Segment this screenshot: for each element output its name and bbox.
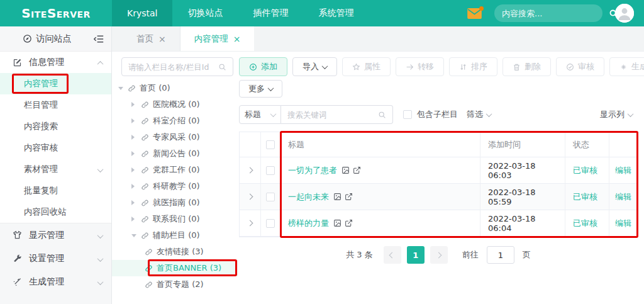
tree-item-hospital-overview[interactable]: 医院概况 (0) bbox=[112, 96, 238, 113]
page-1-button[interactable]: 1 bbox=[407, 246, 425, 264]
filter-dropdown[interactable]: 筛选 bbox=[467, 109, 491, 120]
nav-item-site-krystal[interactable]: Krystal bbox=[112, 0, 172, 26]
tree-item-home-banner[interactable]: 首页BANNER (3) bbox=[112, 260, 238, 276]
trash-icon bbox=[513, 63, 521, 71]
search-icon[interactable] bbox=[218, 63, 226, 71]
sidebar-item-content-review[interactable]: 内容审核 bbox=[0, 137, 111, 159]
next-page-button[interactable] bbox=[430, 246, 448, 264]
visit-site-button[interactable]: 访问站点 bbox=[0, 33, 94, 45]
caret-closed-icon[interactable] bbox=[131, 184, 138, 189]
close-icon[interactable] bbox=[158, 35, 166, 43]
sidebar-collapse-icon[interactable] bbox=[94, 35, 111, 43]
user-avatar[interactable] bbox=[615, 4, 634, 23]
tree-item-label: 辅助栏目 (0) bbox=[153, 230, 200, 241]
messages-button[interactable] bbox=[467, 8, 482, 19]
tree-item-party-work[interactable]: 党群工作 (0) bbox=[112, 162, 238, 178]
edit-link[interactable]: 编辑 bbox=[615, 191, 631, 203]
arrow-right-icon bbox=[406, 63, 414, 71]
sidebar-item-content-search[interactable]: 内容搜索 bbox=[0, 116, 111, 137]
external-link-icon[interactable] bbox=[345, 193, 353, 201]
content-title-link[interactable]: 榜样的力量 bbox=[288, 218, 329, 229]
sidebar-item-material-manage[interactable]: 素材管理 bbox=[0, 159, 111, 180]
attribute-button[interactable]: 属性 bbox=[342, 57, 391, 76]
expand-row-icon[interactable] bbox=[247, 220, 253, 227]
sidebar-group-display[interactable]: 显示管理 bbox=[0, 223, 111, 247]
include-children-checkbox[interactable] bbox=[403, 110, 412, 119]
tree-item-visit-guide[interactable]: 就医指南 (0) bbox=[112, 194, 238, 211]
row-time: 2022-03-18 05:59 bbox=[480, 184, 565, 210]
nav-item-switch-site[interactable]: 切换站点 bbox=[172, 0, 238, 26]
tab-content-manage[interactable]: 内容管理 bbox=[180, 26, 255, 51]
expand-row-icon[interactable] bbox=[247, 194, 253, 200]
external-link-icon[interactable] bbox=[353, 166, 361, 174]
caret-closed-icon[interactable] bbox=[131, 167, 138, 172]
tree-item-experts[interactable]: 专家风采 (0) bbox=[112, 129, 238, 145]
table-header-row: 标题 添加时间 状态 bbox=[240, 132, 637, 157]
caret-closed-icon[interactable] bbox=[131, 217, 138, 222]
tree-item-friend-links[interactable]: 友情链接 (3) bbox=[112, 244, 238, 260]
tree-item-home[interactable]: 首页 (0) bbox=[112, 80, 238, 96]
chevron-down-icon bbox=[268, 85, 274, 91]
review-button[interactable]: 审核 bbox=[556, 57, 604, 76]
prev-page-button[interactable] bbox=[384, 246, 401, 264]
magic-wand-icon bbox=[13, 277, 22, 286]
columns-dropdown[interactable]: 显示列 bbox=[600, 109, 638, 120]
tree-item-home-topics[interactable]: 首页专题 (2) bbox=[112, 276, 238, 293]
tab-home[interactable]: 首页 bbox=[123, 26, 180, 51]
content-title-link[interactable]: 一起向未来 bbox=[288, 191, 329, 203]
tree-item-label: 医院概况 (0) bbox=[153, 99, 200, 110]
search-icon[interactable] bbox=[378, 111, 386, 119]
close-icon[interactable] bbox=[233, 35, 241, 43]
check-circle-icon bbox=[566, 63, 574, 71]
content-title-link[interactable]: 一切为了患者 bbox=[288, 165, 337, 176]
sidebar-item-recycle-bin[interactable]: 内容回收站 bbox=[0, 201, 111, 223]
nav-item-system[interactable]: 系统管理 bbox=[303, 0, 369, 26]
tree-item-news[interactable]: 新闻公告 (0) bbox=[112, 145, 238, 162]
search-field-select[interactable]: 标题 bbox=[239, 105, 281, 124]
button-label: 删除 bbox=[525, 61, 541, 72]
expand-row-icon[interactable] bbox=[247, 167, 253, 174]
row-checkbox[interactable] bbox=[266, 193, 275, 201]
edit-link[interactable]: 编辑 bbox=[615, 165, 631, 176]
caret-open-icon[interactable] bbox=[131, 234, 138, 237]
caret-open-icon[interactable] bbox=[118, 87, 125, 90]
tree-item-aux-channels[interactable]: 辅助栏目 (0) bbox=[112, 227, 238, 244]
tree-item-departments[interactable]: 科室介绍 (0) bbox=[112, 113, 238, 129]
caret-closed-icon[interactable] bbox=[131, 102, 138, 107]
global-search-input[interactable] bbox=[502, 9, 609, 18]
sidebar-item-channel-manage[interactable]: 栏目管理 bbox=[0, 94, 111, 116]
sidebar-group-info[interactable]: 信息管理 bbox=[0, 52, 111, 73]
channel-search-input[interactable] bbox=[128, 62, 218, 72]
keyword-search-input[interactable] bbox=[287, 110, 378, 120]
transfer-button[interactable]: 转移 bbox=[396, 57, 444, 76]
caret-closed-icon[interactable] bbox=[131, 118, 138, 123]
tree-item-research[interactable]: 科研教学 (0) bbox=[112, 178, 238, 194]
goto-page-input[interactable] bbox=[487, 246, 514, 264]
sidebar-group-label: 显示管理 bbox=[29, 230, 64, 241]
sidebar-group-generate[interactable]: 生成管理 bbox=[0, 270, 111, 293]
tree-item-label: 联系我们 (0) bbox=[153, 213, 200, 225]
add-button[interactable]: 添加 bbox=[239, 57, 287, 76]
delete-button[interactable]: 删除 bbox=[502, 57, 551, 76]
tree-item-contact-us[interactable]: 联系我们 (0) bbox=[112, 211, 238, 227]
sidebar-item-content-manage[interactable]: 内容管理 bbox=[0, 73, 111, 94]
import-button[interactable]: 导入 bbox=[292, 57, 337, 76]
row-checkbox[interactable] bbox=[266, 166, 275, 175]
tree-item-label: 科研教学 (0) bbox=[153, 181, 200, 192]
sidebar-group-settings[interactable]: 设置管理 bbox=[0, 247, 111, 270]
edit-link[interactable]: 编辑 bbox=[615, 218, 631, 229]
select-all-checkbox[interactable] bbox=[266, 140, 275, 149]
caret-closed-icon[interactable] bbox=[131, 200, 138, 205]
toolbar: 添加 导入 属性 转移 bbox=[239, 57, 638, 76]
caret-closed-icon[interactable] bbox=[131, 151, 138, 156]
caret-closed-icon[interactable] bbox=[131, 135, 138, 140]
link-icon bbox=[141, 166, 149, 174]
more-button[interactable]: 更多 bbox=[239, 80, 282, 98]
nav-item-plugins[interactable]: 插件管理 bbox=[238, 0, 303, 26]
sort-button[interactable]: 排序 bbox=[449, 57, 497, 76]
external-link-icon[interactable] bbox=[345, 219, 353, 227]
row-checkbox[interactable] bbox=[266, 219, 275, 228]
generate-button[interactable]: 生成 bbox=[609, 57, 644, 76]
sidebar-item-batch-copy[interactable]: 批量复制 bbox=[0, 180, 111, 201]
status-badge: 已审核 bbox=[573, 218, 597, 229]
